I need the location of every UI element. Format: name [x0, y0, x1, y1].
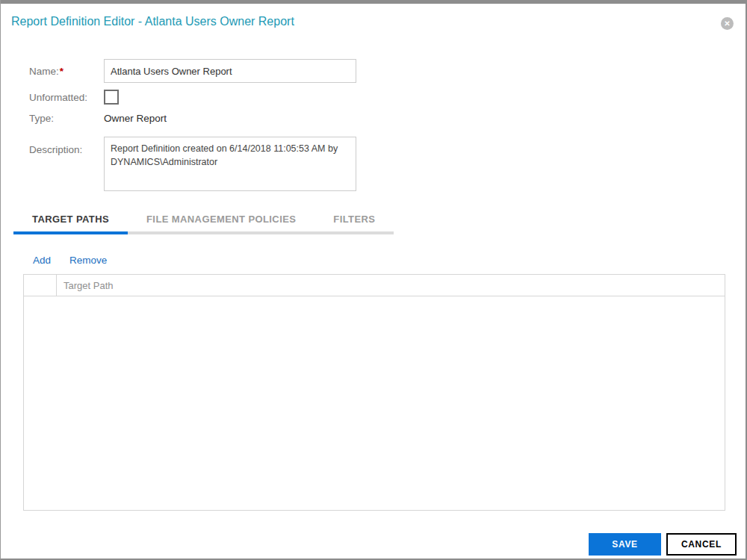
report-definition-editor-dialog: Report Definition Editor - Atlanta Users… — [0, 0, 747, 560]
type-value: Owner Report — [104, 113, 167, 124]
unformatted-row: Unformatted: — [29, 90, 746, 105]
table-body-empty — [24, 296, 725, 510]
tab-filters[interactable]: FILTERS — [314, 214, 394, 234]
name-label: Name:* — [29, 66, 104, 77]
dialog-title-bar: Report Definition Editor - Atlanta Users… — [1, 4, 746, 32]
tab-file-management-policies[interactable]: FILE MANAGEMENT POLICIES — [128, 214, 314, 234]
unformatted-label: Unformatted: — [29, 92, 104, 103]
name-input[interactable] — [104, 59, 356, 83]
type-label: Type: — [29, 113, 104, 124]
required-asterisk: * — [60, 66, 63, 77]
description-textarea[interactable]: Report Definition created on 6/14/2018 1… — [104, 137, 356, 191]
dialog-title: Report Definition Editor - Atlanta Users… — [11, 15, 294, 28]
cancel-button[interactable]: CANCEL — [666, 533, 737, 556]
selection-column-header — [24, 275, 57, 296]
table-header-row: Target Path — [24, 275, 725, 296]
remove-link[interactable]: Remove — [69, 255, 107, 267]
description-label: Description: — [29, 137, 104, 155]
target-paths-table: Target Path — [23, 274, 725, 511]
name-label-text: Name: — [29, 66, 59, 77]
dialog-footer: SAVE CANCEL — [1, 533, 737, 556]
tab-strip: TARGET PATHS FILE MANAGEMENT POLICIES FI… — [13, 214, 394, 234]
report-definition-form: Name:* Unformatted: Type: Owner Report D… — [29, 59, 746, 191]
close-icon[interactable]: ✕ — [721, 17, 734, 30]
save-button[interactable]: SAVE — [589, 533, 661, 556]
add-link[interactable]: Add — [33, 255, 51, 267]
type-row: Type: Owner Report — [29, 112, 746, 124]
name-row: Name:* — [29, 59, 746, 83]
description-row: Description: Report Definition created o… — [29, 137, 746, 191]
target-paths-toolbar: Add Remove — [33, 255, 746, 267]
tab-target-paths[interactable]: TARGET PATHS — [13, 214, 128, 234]
unformatted-checkbox[interactable] — [104, 90, 119, 105]
target-path-column-header: Target Path — [57, 275, 725, 296]
